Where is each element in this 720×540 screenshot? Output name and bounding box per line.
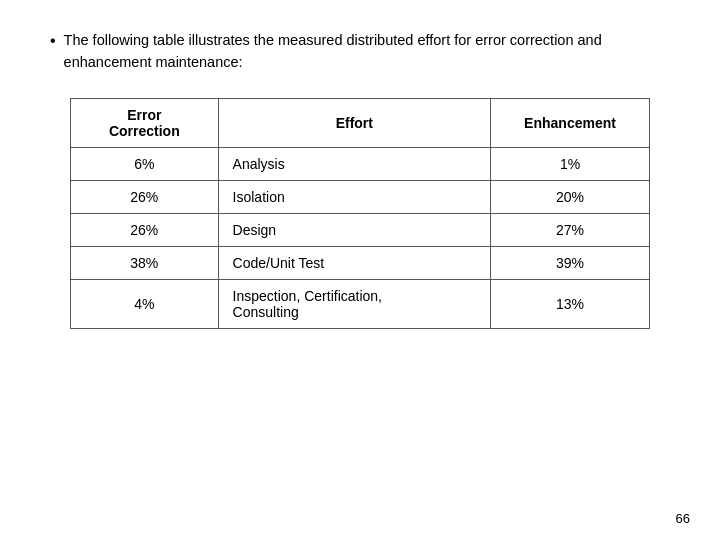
intro-text: • The following table illustrates the me…: [50, 30, 670, 74]
table-header-row: ErrorCorrection Effort Enhancement: [71, 98, 650, 147]
header-enhancement: Enhancement: [491, 98, 650, 147]
data-table: ErrorCorrection Effort Enhancement 6%Ana…: [70, 98, 650, 329]
cell-error-correction: 26%: [71, 213, 219, 246]
header-effort: Effort: [218, 98, 490, 147]
cell-error-correction: 38%: [71, 246, 219, 279]
table-row: 4%Inspection, Certification,Consulting13…: [71, 279, 650, 328]
cell-effort: Code/Unit Test: [218, 246, 490, 279]
bullet-dot: •: [50, 30, 56, 52]
cell-enhancement: 20%: [491, 180, 650, 213]
table-row: 26%Isolation20%: [71, 180, 650, 213]
table-row: 26%Design27%: [71, 213, 650, 246]
page-container: • The following table illustrates the me…: [0, 0, 720, 540]
table-row: 38%Code/Unit Test39%: [71, 246, 650, 279]
cell-error-correction: 6%: [71, 147, 219, 180]
cell-enhancement: 13%: [491, 279, 650, 328]
cell-enhancement: 1%: [491, 147, 650, 180]
cell-error-correction: 4%: [71, 279, 219, 328]
cell-effort: Design: [218, 213, 490, 246]
cell-error-correction: 26%: [71, 180, 219, 213]
cell-enhancement: 39%: [491, 246, 650, 279]
table-row: 6%Analysis1%: [71, 147, 650, 180]
cell-enhancement: 27%: [491, 213, 650, 246]
page-number: 66: [676, 511, 690, 526]
intro-body: The following table illustrates the meas…: [64, 30, 670, 74]
bullet-point: • The following table illustrates the me…: [50, 30, 670, 74]
header-error-correction: ErrorCorrection: [71, 98, 219, 147]
cell-effort: Inspection, Certification,Consulting: [218, 279, 490, 328]
cell-effort: Isolation: [218, 180, 490, 213]
cell-effort: Analysis: [218, 147, 490, 180]
